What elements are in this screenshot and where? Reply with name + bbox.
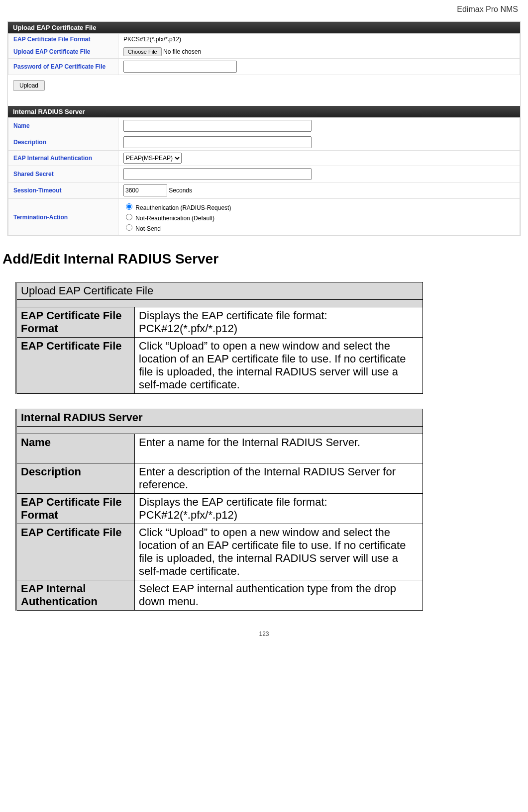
- upload-section-header: Upload EAP Certificate File: [8, 22, 520, 33]
- radius-section-header: Internal RADIUS Server: [8, 106, 520, 117]
- radius-desc-table: Internal RADIUS Server Name Enter a name…: [15, 409, 423, 611]
- radius-form-table: Name Description EAP Internal Authentica…: [8, 117, 520, 236]
- session-timeout-label: Session-Timeout: [8, 182, 118, 199]
- table1-row1-desc: Click “Upload” to open a new window and …: [135, 338, 423, 394]
- name-label: Name: [8, 118, 118, 134]
- table2-row4-desc: Select EAP internal authentication type …: [135, 580, 423, 611]
- table2-row1-desc: Enter a description of the Internal RADI…: [135, 463, 423, 494]
- radio-not-send[interactable]: [126, 224, 132, 231]
- table2-row2-desc: Displays the EAP certificate file format…: [135, 494, 423, 524]
- upload-desc-table: Upload EAP Certificate File EAP Certific…: [15, 282, 423, 394]
- upload-button[interactable]: Upload: [13, 80, 45, 91]
- page-number: 123: [0, 626, 528, 642]
- description-input[interactable]: [123, 136, 312, 148]
- document-header: Edimax Pro NMS: [0, 0, 528, 16]
- session-timeout-input[interactable]: [123, 184, 167, 196]
- radio-reauth[interactable]: [126, 203, 132, 210]
- page-title: Add/Edit Internal RADIUS Server: [2, 251, 528, 267]
- shared-secret-input[interactable]: [123, 168, 312, 180]
- radio-not-reauth[interactable]: [126, 214, 132, 220]
- eap-format-value: PKCS#12(*.pfx/*.p12): [118, 34, 520, 45]
- upload-file-label: Upload EAP Certificate File: [8, 45, 118, 59]
- table1-title: Upload EAP Certificate File: [16, 282, 423, 300]
- choose-file-button[interactable]: Choose File: [123, 47, 162, 56]
- session-unit: Seconds: [169, 187, 192, 194]
- no-file-text: No file chosen: [163, 48, 201, 55]
- password-label: Password of EAP Certificate File: [8, 59, 118, 75]
- password-input[interactable]: [123, 61, 237, 73]
- table1-row0-desc: Displays the EAP certificate file format…: [135, 307, 423, 338]
- table2-row4-label: EAP Internal Authentication: [16, 580, 135, 611]
- table1-row0-label: EAP Certificate File Format: [16, 307, 135, 338]
- table2-row3-desc: Click “Upload” to open a new window and …: [135, 524, 423, 580]
- table2-row1-label: Description: [16, 463, 135, 494]
- config-screenshot: Upload EAP Certificate File EAP Certific…: [7, 21, 521, 236]
- product-name: Edimax Pro NMS: [457, 5, 518, 13]
- eap-auth-select[interactable]: PEAP(MS-PEAP): [123, 153, 182, 164]
- table2-row2-label: EAP Certificate File Format: [16, 494, 135, 524]
- eap-format-label: EAP Certificate File Format: [8, 34, 118, 45]
- table1-row1-label: EAP Certificate File: [16, 338, 135, 394]
- table2-row0-desc: Enter a name for the Internal RADIUS Ser…: [135, 434, 423, 463]
- upload-form-table: EAP Certificate File Format PKCS#12(*.pf…: [8, 33, 520, 75]
- termination-action-label: Termination-Action: [8, 199, 118, 236]
- table2-row3-label: EAP Certificate File: [16, 524, 135, 580]
- description-label: Description: [8, 134, 118, 151]
- name-input[interactable]: [123, 120, 312, 132]
- shared-secret-label: Shared Secret: [8, 166, 118, 182]
- eap-auth-label: EAP Internal Authentication: [8, 151, 118, 166]
- table2-row0-label: Name: [16, 434, 135, 463]
- table2-title: Internal RADIUS Server: [16, 409, 423, 427]
